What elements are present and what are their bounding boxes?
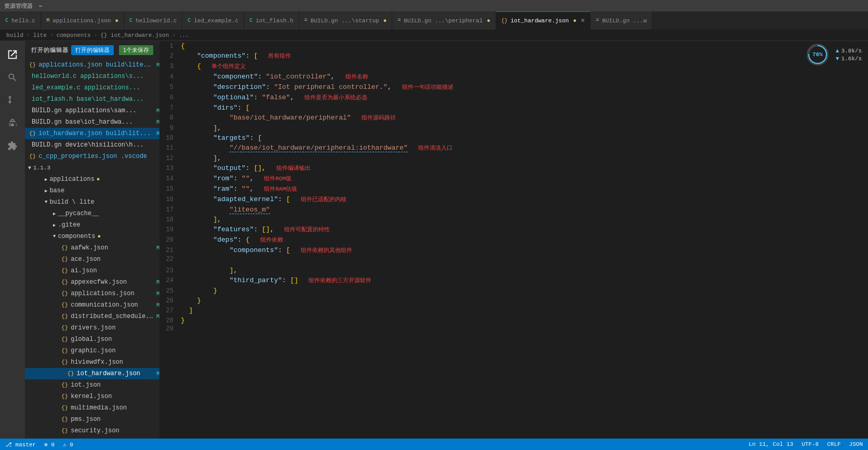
open-editors-label: 打开的编辑器 (31, 46, 69, 54)
tab-helloworld-c[interactable]: Chelloworld.c (124, 11, 182, 30)
line-number-23: 23 (160, 267, 181, 274)
tree-component-global-json[interactable]: {}global.json (25, 334, 159, 345)
tree-component-security-json[interactable]: {}security.json (25, 425, 159, 436)
token-sp (181, 73, 213, 81)
line-content-6[interactable]: "optional": "false",组件是否为最小系统必选 (181, 92, 868, 103)
line-content-7[interactable]: "dirs": [ (181, 103, 868, 113)
tree-component-iot-json[interactable]: {}iot.json (25, 379, 159, 391)
line-content-23[interactable]: ], (181, 266, 868, 275)
line-content-11[interactable]: "//base/iot_hardware/peripheral:iothardw… (181, 143, 868, 153)
line-content-3[interactable]: {单个组件定义 (181, 61, 868, 72)
tree-component-communication-json[interactable]: {}communication.jsonM (25, 299, 159, 311)
debug-icon[interactable] (3, 114, 22, 133)
editor-line-19: 19 "features": [],组件可配置的特性 (160, 224, 868, 235)
save-all-button[interactable]: 1个未保存 (119, 45, 153, 55)
tree-component-hiviewdfx-json[interactable]: {}hiviewdfx.json (25, 356, 159, 368)
line-number-24: 24 (160, 277, 181, 284)
line-content-18[interactable]: ], (181, 215, 868, 224)
tab-label-led-example-c: led_example.c (194, 18, 238, 24)
line-content-10[interactable]: "targets": [ (181, 133, 868, 143)
open-editors-toolbar-btn[interactable]: 打开的编辑器 (71, 45, 114, 55)
line-content-16[interactable]: "adapted_kernel": [组件已适配的内核 (181, 194, 868, 205)
line-content-19[interactable]: "features": [],组件可配置的特性 (181, 224, 868, 235)
open-file-4[interactable]: BUILD.gn applications\sam...M (25, 105, 159, 116)
version-header[interactable]: ▼1.1.3 (25, 162, 159, 174)
line-content-26[interactable]: } (181, 296, 868, 306)
line-content-5[interactable]: "description": "Iot peripheral controlle… (181, 82, 868, 92)
breadcrumb-part-4[interactable]: ... (179, 32, 189, 38)
token-wavy: "liteos_m" (230, 206, 270, 214)
tree-pycache[interactable]: ▶__pycache__ (25, 208, 159, 219)
tree-component-appexecfwk-json[interactable]: {}appexecfwk.jsonM (25, 276, 159, 288)
line-content-12[interactable]: ], (181, 153, 868, 163)
breadcrumb-part-3[interactable]: {} iot_hardware.json (100, 32, 169, 38)
tab-hello-c[interactable]: Chello.c (0, 11, 41, 30)
breadcrumb-part-1[interactable]: lite (33, 32, 47, 38)
branch-status[interactable]: ⎇ master (5, 441, 36, 448)
line-content-2[interactable]: "components": [所有组件 (181, 51, 868, 61)
tree-component-iot_hardware-json[interactable]: →{}iot_hardware.jsonM (25, 368, 159, 379)
line-content-20[interactable]: "deps": {组件依赖 (181, 235, 868, 245)
tab-close-iot-hardware-json[interactable]: × (581, 17, 585, 25)
tree-component-ace-json[interactable]: {}ace.json (25, 254, 159, 265)
tab-applications-json[interactable]: Mapplications.json● (41, 11, 124, 30)
tree-component-ai-json[interactable]: {}ai.json (25, 265, 159, 276)
tree-component-kernel-json[interactable]: {}kernel.json (25, 391, 159, 402)
tree-component-drivers-json[interactable]: {}drivers.json (25, 322, 159, 334)
open-file-8[interactable]: {}c_cpp_properties.json .vscode (25, 151, 159, 162)
tree-component-aafwk-json[interactable]: {}aafwk.jsonM (25, 242, 159, 254)
pycache-arrow-icon: ▶ (53, 211, 56, 217)
explorer-icon[interactable] (3, 45, 22, 64)
token-sp (181, 104, 213, 112)
tab-led-example-c[interactable]: Cled_example.c (182, 11, 244, 30)
line-content-21[interactable]: "components": [组件依赖的其他组件 (181, 245, 868, 256)
tree-component-graphic-json[interactable]: {}graphic.json (25, 345, 159, 356)
line-content-13[interactable]: "output": [],组件编译输出 (181, 163, 868, 174)
sidebar: 打开的编辑器 打开的编辑器 1个未保存 {}applications.json … (25, 41, 160, 439)
tree-component-applications-json[interactable]: {}applications.jsonM (25, 288, 159, 299)
tab-modified-applications-json: ● (115, 18, 118, 24)
build-lite-arrow-icon: ▼ (45, 200, 47, 205)
line-content-14[interactable]: "rom": "",组件ROM值 (181, 174, 868, 184)
line-content-4[interactable]: "component": "iot_controller",组件名称 (181, 72, 868, 82)
open-file-0[interactable]: {}applications.json build\lite...M (25, 59, 159, 71)
line-content-27[interactable]: ] (181, 306, 868, 315)
open-file-7[interactable]: BUILD.gn device\hisilicon\h... (25, 139, 159, 151)
tree-component-distributed_schedule-json[interactable]: {}distributed_schedule.jsonM (25, 311, 159, 322)
component-file-label: security.json (71, 427, 159, 434)
tab-iot-hardware-json[interactable]: {}iot_hardware.json●× (496, 11, 591, 30)
open-file-2[interactable]: led_example.c applications... (25, 82, 159, 94)
line-content-1[interactable]: { (181, 41, 868, 51)
tab-build-gn-peripheral[interactable]: =BUILD.gn ...\peripheral● (392, 11, 496, 30)
extensions-icon[interactable] (3, 137, 22, 155)
tree-gitee[interactable]: ▶.gitee (25, 219, 159, 231)
open-file-3[interactable]: iot_flash.h base\iot_hardwa... (25, 94, 159, 105)
tab-build-gn-w[interactable]: =BUILD.gn ...w (591, 11, 652, 30)
open-file-5[interactable]: BUILD.gn base\iot_hardwa...M (25, 116, 159, 128)
annotation-13: 组件编译输出 (276, 165, 311, 171)
tree-applications[interactable]: ▶applications● (25, 174, 159, 185)
line-content-28[interactable]: } (181, 315, 868, 325)
token-bracket: [ (253, 52, 258, 60)
tree-build-lite[interactable]: ▼build \ lite (25, 196, 159, 208)
git-icon[interactable] (3, 91, 22, 110)
line-content-8[interactable]: "base/iot_hardware/peripheral"组件源码路径 (181, 113, 868, 123)
tree-component-multimedia-json[interactable]: {}multimedia.json (25, 402, 159, 414)
breadcrumb-part-0[interactable]: build (6, 32, 23, 38)
open-file-6[interactable]: {}iot_hardware.json build\lit...M (25, 128, 159, 139)
component-file-icon: {} (61, 290, 68, 297)
editor-line-13: 13 "output": [],组件编译输出 (160, 163, 868, 174)
open-file-1[interactable]: helloworld.c applications\s... (25, 71, 159, 82)
tree-base[interactable]: ▶base (25, 185, 159, 196)
line-content-25[interactable]: } (181, 286, 868, 296)
breadcrumb-part-2[interactable]: components (57, 32, 91, 38)
line-content-24[interactable]: "third_party": []组件依赖的三方开源软件 (181, 275, 868, 286)
tree-components[interactable]: ▼components● (25, 231, 159, 242)
tab-iot-flash-h[interactable]: Ciot_flash.h (244, 11, 299, 30)
line-content-17[interactable]: "liteos_m" (181, 205, 868, 215)
line-content-15[interactable]: "ram": "",组件RAM估值 (181, 184, 868, 194)
tab-build-gn-startup[interactable]: =BUILD.gn ...\startup● (299, 11, 393, 30)
line-content-9[interactable]: ], (181, 123, 868, 133)
search-icon[interactable] (3, 68, 22, 87)
tree-component-pms-json[interactable]: {}pms.json (25, 414, 159, 425)
